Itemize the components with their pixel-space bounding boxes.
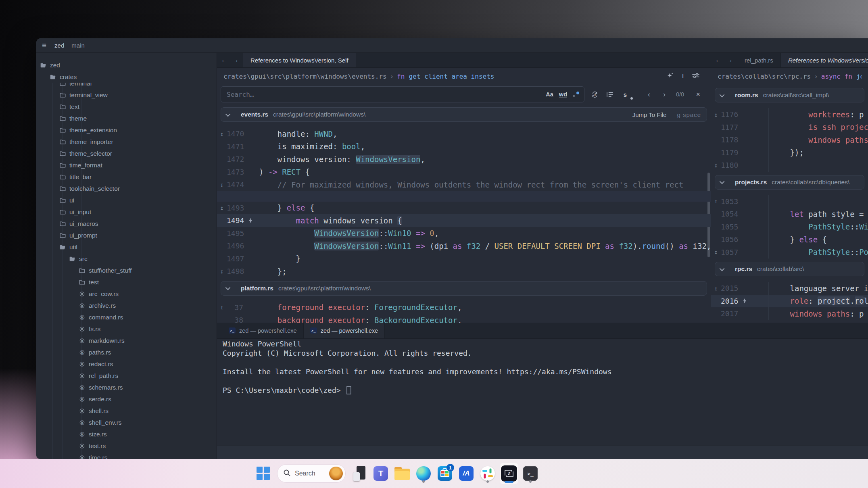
tree-item-redact-rs[interactable]: Rredact.rs	[36, 358, 217, 370]
match-case-toggle[interactable]: Aa	[546, 91, 553, 98]
tree-item-stuff-other-stuff[interactable]: stuff\other_stuff	[36, 265, 217, 276]
chevron-down-icon[interactable]	[720, 179, 725, 184]
tree-item-util[interactable]: util	[36, 241, 217, 253]
tree-item-theme-extension[interactable]: theme_extension	[36, 124, 217, 136]
tree-item-schemars-rs[interactable]: Rschemars.rs	[36, 382, 217, 393]
tree-item-ui-prompt[interactable]: ui_prompt	[36, 229, 217, 241]
expand-down-icon[interactable]: ↧	[711, 162, 721, 169]
chevron-down-icon[interactable]	[225, 285, 231, 290]
file-section-header[interactable]: projects.rscrates\collab\src\db\queries\	[715, 175, 864, 190]
code-line[interactable]: 1056 } else {	[711, 233, 868, 246]
code-line[interactable]: 1054 let path_style =	[711, 208, 868, 221]
code-line[interactable]: ↥2015 language_server_ids: p	[711, 282, 868, 295]
tree-item-ui[interactable]: ui	[36, 194, 217, 206]
code-line[interactable]: 1177 is_ssh_project	[711, 121, 868, 134]
tree-item-text[interactable]: text	[36, 101, 217, 113]
tree-item-time-rs[interactable]: Rtime.rs	[36, 452, 217, 459]
tree-item-shell-env-rs[interactable]: Rshell_env.rs	[36, 417, 217, 428]
code-line[interactable]: 1496 WindowsVersion::Win11 => (dpi as f3…	[217, 240, 711, 252]
tree-item-terminal-view[interactable]: terminal_view	[36, 89, 217, 101]
tab-references-right[interactable]: References to WindowsVersion, Self	[781, 53, 868, 67]
tree-item-theme-selector[interactable]: theme_selector	[36, 148, 217, 159]
tree-item-zed[interactable]: zed	[36, 59, 217, 71]
back-icon[interactable]: ←	[714, 55, 723, 65]
code-line[interactable]: ↥1176 worktrees: p	[711, 108, 868, 121]
code-line[interactable]: ↥1053	[711, 195, 868, 208]
code-action-bolt-icon[interactable]	[246, 218, 255, 223]
project-name[interactable]: zed	[54, 42, 64, 49]
display-options-icon[interactable]	[692, 73, 699, 80]
breadcrumb[interactable]: crates\gpui\src\platform\windows\events.…	[223, 73, 494, 80]
code-line[interactable]: ↥1470 handle: HWND,	[217, 127, 711, 140]
terminal-tab-2[interactable]: >_zed — powershell.exe	[304, 323, 385, 338]
taskbar-app-microsoft-store[interactable]: 1	[436, 463, 454, 484]
code-line[interactable]: ↥1493 } else {	[217, 202, 711, 215]
expand-up-icon[interactable]: ↥	[217, 304, 227, 311]
tree-item-size-rs[interactable]: Rsize.rs	[36, 428, 217, 440]
code-line[interactable]: 38 background_executor: BackgroundExecut…	[217, 314, 711, 323]
smartcase-icon[interactable]: s	[620, 89, 630, 100]
code-line[interactable]: 1473) -> RECT {	[217, 166, 711, 179]
terminal[interactable]: Windows PowerShellCopyright (C) Microsof…	[217, 339, 868, 446]
code-line[interactable]: 1495 WindowsVersion::Win10 => 0,	[217, 227, 711, 240]
expand-down-icon[interactable]: ↧	[217, 268, 227, 275]
start-button[interactable]	[254, 463, 273, 484]
replace-toggle-icon[interactable]: R	[589, 89, 600, 100]
taskbar-app-ia-writer[interactable]: /A	[457, 463, 476, 484]
tree-item-time-format[interactable]: time_format	[36, 159, 217, 171]
code-line[interactable]: 1497 }	[217, 252, 711, 265]
taskbar-app-teams[interactable]: T	[371, 463, 390, 484]
inline-assist-icon[interactable]	[667, 72, 674, 81]
tree-item-theme-importer[interactable]: theme_importer	[36, 136, 217, 148]
code-line[interactable]: 2017 windows_paths: p	[711, 307, 868, 320]
tree-item-theme[interactable]: theme	[36, 113, 217, 124]
search-field[interactable]: Aa wd	[221, 86, 584, 102]
expand-up-icon[interactable]: ↥	[217, 204, 227, 211]
code-line[interactable]: 1178 windows_paths: p	[711, 133, 868, 146]
tree-item-fs-rs[interactable]: Rfs.rs	[36, 323, 217, 335]
tree-item-crates[interactable]: crates	[36, 71, 217, 83]
app-menu-icon[interactable]: ≡	[42, 42, 46, 49]
tree-item-title-bar[interactable]: title_bar	[36, 171, 217, 183]
expand-up-icon[interactable]: ↥	[711, 198, 721, 204]
tree-item-toolchain-selector[interactable]: toolchain_selector	[36, 183, 217, 194]
tree-item-command-rs[interactable]: Rcommand.rs	[36, 311, 217, 323]
terminal-tab-1[interactable]: >_zed — powershell.exe	[222, 323, 304, 338]
file-section-header[interactable]: room.rscrates\call\src\call_impl\	[715, 88, 864, 102]
code-line[interactable]: ↧1180	[711, 159, 868, 172]
code-line[interactable]: 1471 is_maximized: bool,	[217, 140, 711, 153]
cursor-icon[interactable]: I	[682, 72, 684, 80]
tree-item-shell-rs[interactable]: Rshell.rs	[36, 405, 217, 417]
taskbar-app-edge[interactable]	[414, 463, 433, 484]
code-line[interactable]: ↧1474 // For maximized windows, Windows …	[217, 178, 711, 191]
git-branch[interactable]: main	[71, 42, 85, 49]
code-line[interactable]: 1179 });	[711, 146, 868, 159]
code-line[interactable]: 2016 role: project.role(),	[711, 295, 868, 308]
tab-references-main[interactable]: References to WindowsVersion, Self	[243, 53, 356, 67]
expand-down-icon[interactable]: ↧	[711, 249, 721, 255]
chevron-down-icon[interactable]	[720, 266, 725, 271]
tree-item-serde-rs[interactable]: Rserde.rs	[36, 393, 217, 405]
code-line[interactable]: ↧1498 };	[217, 265, 711, 278]
chevron-down-icon[interactable]	[720, 92, 725, 97]
search-input[interactable]	[227, 91, 546, 98]
code-line[interactable]: 1055 PathStyle::Windows	[711, 221, 868, 234]
tree-item-test-rs[interactable]: Rtest.rs	[36, 440, 217, 452]
tree-item-arc-cow-rs[interactable]: Rarc_cow.rs	[36, 288, 217, 300]
tree-item-ui-macros[interactable]: ui_macros	[36, 218, 217, 229]
expand-up-icon[interactable]: ↥	[711, 111, 721, 118]
expand-down-icon[interactable]: ↧	[217, 181, 227, 188]
file-section-header[interactable]: platform.rscrates\gpui\src\platform\wind…	[221, 281, 707, 296]
forward-icon[interactable]: →	[231, 55, 240, 65]
regex-toggle-icon[interactable]	[573, 91, 579, 98]
tree-item-rel-path-rs[interactable]: Rrel_path.rs	[36, 370, 217, 382]
jump-to-file-button[interactable]: Jump To File	[632, 111, 667, 118]
file-section-header[interactable]: events.rscrates\gpui\src\platform\window…	[221, 107, 707, 122]
file-section-header[interactable]: rpc.rscrates\collab\src\	[715, 262, 864, 276]
taskbar-app-slack[interactable]	[478, 463, 497, 484]
tree-item-archive-rs[interactable]: Rarchive.rs	[36, 300, 217, 311]
selection-search-icon[interactable]	[605, 89, 615, 100]
title-bar[interactable]: ≡ zed main	[36, 38, 868, 53]
taskbar-search[interactable]: Search	[277, 464, 346, 483]
tree-item-ui-input[interactable]: ui_input	[36, 206, 217, 218]
